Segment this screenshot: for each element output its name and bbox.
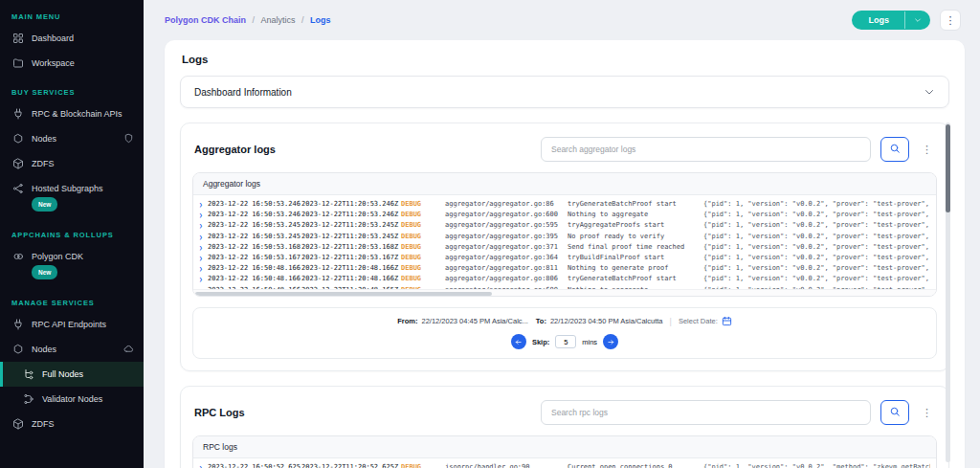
skip-minutes-input[interactable] — [555, 335, 576, 348]
sidebar-section-title: APPCHAINS & ROLLUPS — [0, 218, 144, 244]
log-expand-icon: ❯ — [199, 220, 208, 231]
log-message: No proof ready to verify — [568, 232, 703, 242]
sidebar-item-zdfs[interactable]: ZDFS — [0, 151, 144, 176]
log-meta: {"pid": 1, "version": "v0.0.2", "prover"… — [703, 210, 930, 220]
sidebar-item-validator-nodes[interactable]: Validator Nodes — [0, 387, 144, 412]
page-kebab-menu-button[interactable]: ⋮ — [940, 10, 961, 31]
log-row[interactable]: ❯2023-12-22 16:50:53.2462023-12-22T11:20… — [199, 199, 930, 210]
sidebar-item-workspace[interactable]: Workspace — [0, 51, 144, 76]
breadcrumb-analytics[interactable]: Analytics — [261, 15, 296, 25]
select-date-label: Select Date: — [679, 317, 718, 325]
sidebar-item-label: RPC API Endpoints — [32, 319, 134, 330]
rpc-search-input[interactable] — [541, 400, 871, 425]
log-expand-icon: ❯ — [199, 199, 208, 210]
log-level: DEBUG — [401, 253, 445, 263]
plug-icon — [12, 319, 24, 330]
aggregator-search-button[interactable] — [880, 137, 909, 162]
rpc-kebab-menu-button[interactable]: ⋮ — [919, 407, 935, 419]
sidebar-item-rpc-api-endpoints[interactable]: RPC API Endpoints — [0, 312, 144, 337]
sidebar-item-polygon-cdk[interactable]: Polygon CDKNew — [0, 244, 144, 286]
zdfs-icon — [12, 418, 24, 430]
log-row[interactable]: ❯2023-12-22 16:50:53.2452023-12-22T11:20… — [199, 232, 930, 242]
log-timestamp-iso: 2023-12-22T11:20:52.625Z — [301, 462, 401, 468]
logs-page-card: Logs Dashboard Information Aggregator lo… — [165, 40, 965, 468]
log-message: tryBuildFinalProof start — [568, 253, 703, 263]
calendar-icon[interactable] — [722, 316, 732, 326]
log-row[interactable]: ❯2023-12-22 16:50:53.1682023-12-22T11:20… — [199, 242, 930, 253]
log-meta: {"pid": 1, "version": "v0.0.2", "prover"… — [703, 274, 930, 284]
chevron-down-icon[interactable] — [924, 86, 935, 98]
sidebar-item-label: RPC & Blockchain APIs — [32, 108, 134, 120]
sidebar-item-rpc-blockchain-apis[interactable]: RPC & Blockchain APIs — [0, 101, 144, 126]
log-level: DEBUG — [401, 199, 445, 210]
log-source: aggregator/aggregator.go:600 — [445, 210, 568, 220]
top-actions: Logs ⋮ — [852, 10, 962, 31]
log-expand-icon: ❯ — [199, 242, 208, 253]
log-timestamp-local: 2023-12-22 16:50:48.166 — [208, 274, 301, 284]
main-content: Polygon CDK Chain / Analytics / Logs Log… — [144, 0, 980, 468]
log-timestamp-iso: 2023-12-22T11:20:53.246Z — [301, 210, 401, 220]
sidebar-section-title: MANAGE SERVICES — [0, 286, 144, 312]
sidebar-item-dashboard[interactable]: Dashboard — [0, 26, 144, 51]
aggregator-log-panel-title: Aggregator logs — [193, 173, 936, 195]
skip-back-button[interactable] — [511, 334, 526, 349]
rpc-search-button[interactable] — [880, 400, 909, 425]
page-scrollbar[interactable] — [946, 123, 950, 462]
log-row[interactable]: ❯2023-12-22 16:50:48.1662023-12-22T11:20… — [199, 263, 930, 274]
aggregator-kebab-menu-button[interactable]: ⋮ — [919, 144, 935, 156]
chevron-down-icon[interactable] — [904, 11, 930, 29]
log-meta: {"pid": 1, "version": "v0.0.2", "prover"… — [703, 253, 930, 263]
rpc-log-panel-title: RPC logs — [193, 436, 936, 458]
log-row[interactable]: ❯2023-12-22 16:50:53.1672023-12-22T11:20… — [199, 253, 930, 263]
from-value: 22/12/2023 04:45 PM Asia/Calc... — [422, 317, 528, 325]
log-source: aggregator/aggregator.go:806 — [445, 274, 568, 284]
log-row[interactable]: ❯2023-12-22 16:50:48.1662023-12-22T11:20… — [199, 274, 930, 284]
sidebar: MAIN MENUDashboardWorkspaceBUY SERVICESR… — [0, 0, 144, 468]
skip-unit-label: mins — [582, 338, 597, 346]
sidebar-item-label: ZDFS — [32, 418, 134, 430]
scrollbar-thumb[interactable] — [195, 292, 492, 296]
log-timestamp-local: 2023-12-22 16:50:53.245 — [208, 220, 301, 231]
sidebar-item-label: ZDFS — [32, 158, 134, 169]
breadcrumb: Polygon CDK Chain / Analytics / Logs — [165, 15, 331, 25]
skip-forward-button[interactable] — [603, 334, 618, 349]
log-row[interactable]: ❯2023-12-22 16:50:52.6252023-12-22T11:20… — [199, 462, 930, 468]
log-source: aggregator/aggregator.go:811 — [445, 263, 568, 274]
time-range-row: From: 22/12/2023 04:45 PM Asia/Calc... T… — [193, 316, 936, 326]
aggregator-horizontal-scrollbar[interactable] — [193, 289, 936, 296]
vertical-divider: | — [670, 317, 672, 326]
aggregator-log-panel: Aggregator logs ❯2023-12-22 16:50:53.246… — [192, 172, 937, 297]
log-source: aggregator/aggregator.go:395 — [445, 232, 568, 242]
search-icon — [889, 406, 901, 420]
log-row[interactable]: ❯2023-12-22 16:50:53.2452023-12-22T11:20… — [199, 220, 930, 231]
log-meta: {"pid": 1, "version": "v0.0.2", "prover"… — [703, 199, 930, 210]
sidebar-item-nodes[interactable]: Nodes — [0, 126, 144, 151]
rpc-card-header: RPC Logs ⋮ — [192, 398, 937, 425]
sidebar-item-label: Full Nodes — [42, 368, 134, 380]
from-label: From: — [397, 317, 417, 325]
log-message: tryGenerateBatchProof start — [568, 274, 703, 284]
log-expand-icon: ❯ — [199, 263, 208, 274]
sidebar-item-nodes[interactable]: Nodes — [0, 337, 144, 362]
log-level: DEBUG — [401, 220, 445, 231]
log-message: Current open connections 0 — [568, 462, 703, 468]
sidebar-item-zdfs[interactable]: ZDFS — [0, 412, 144, 436]
sidebar-item-label: Nodes — [32, 344, 116, 355]
log-source: aggregator/aggregator.go:595 — [445, 220, 568, 231]
sidebar-sections: MAIN MENUDashboardWorkspaceBUY SERVICESR… — [0, 0, 144, 436]
log-meta: {"pid": 1, "version": "v0.0.2", "prover"… — [703, 232, 930, 242]
breadcrumb-logs: Logs — [310, 15, 331, 25]
log-timestamp-iso: 2023-12-22T11:20:53.246Z — [301, 199, 401, 210]
aggregator-logs-card: Aggregator logs ⋮ Aggregator logs ❯2023-… — [180, 123, 949, 371]
to-label: To: — [536, 317, 546, 325]
logs-dropdown-button[interactable]: Logs — [852, 11, 931, 30]
sidebar-item-full-nodes[interactable]: Full Nodes — [0, 362, 144, 387]
sidebar-item-hosted-subgraphs[interactable]: Hosted SubgraphsNew — [0, 176, 144, 218]
dashboard-information-accordion[interactable]: Dashboard Information — [180, 76, 949, 108]
scrollbar-thumb[interactable] — [946, 124, 950, 212]
aggregator-search-input[interactable] — [541, 137, 871, 162]
breadcrumb-polygon-cdk-chain[interactable]: Polygon CDK Chain — [165, 15, 246, 25]
sidebar-item-label: Nodes — [32, 133, 116, 145]
log-row[interactable]: ❯2023-12-22 16:50:53.2462023-12-22T11:20… — [199, 210, 930, 220]
chain-icon — [12, 251, 24, 262]
